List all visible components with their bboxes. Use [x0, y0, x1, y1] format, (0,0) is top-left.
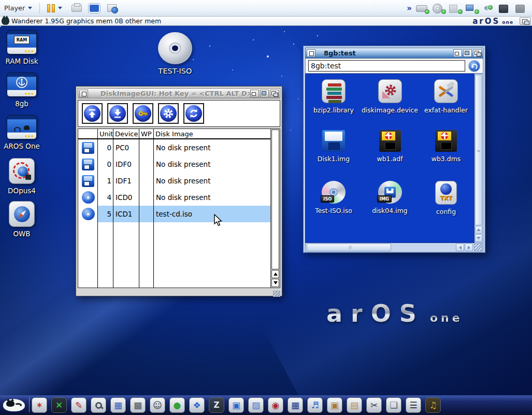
- close-gadget[interactable]: [307, 49, 315, 57]
- parent-dir-button[interactable]: [468, 60, 480, 72]
- file-disk1-img[interactable]: Disk1.img: [306, 128, 362, 179]
- scrollbar-thumb[interactable]: [475, 75, 482, 225]
- path-input[interactable]: [308, 60, 465, 71]
- desktop-icon-8gb[interactable]: 8gb: [7, 73, 37, 108]
- dock-snoopy-game[interactable]: ☺: [150, 397, 165, 413]
- dock-media-player[interactable]: ◉: [268, 397, 283, 413]
- scrollbar-thumb[interactable]: [307, 244, 391, 251]
- eject-button[interactable]: [82, 103, 103, 124]
- dock-network-prefs[interactable]: ❖: [189, 397, 205, 413]
- spreadsheet-icon: ▦: [291, 400, 299, 410]
- write-protect-button[interactable]: [133, 103, 153, 124]
- device-dim-icon[interactable]: [515, 4, 528, 13]
- zoom-gadget[interactable]: [260, 90, 269, 97]
- iconify-gadget[interactable]: [250, 90, 259, 97]
- lens-ball-icon: [440, 183, 452, 195]
- insert-button[interactable]: [107, 103, 128, 124]
- dock-package-manager[interactable]: ▣: [327, 397, 342, 413]
- refresh-button[interactable]: [183, 103, 204, 124]
- player-menu[interactable]: Player: [0, 2, 36, 15]
- harddisk-icon[interactable]: [416, 4, 428, 13]
- screen-titlebar[interactable]: Wanderer 1.95G graphics mem 0B other mem…: [0, 17, 532, 26]
- dock-directory-opus[interactable]: ✶: [32, 397, 47, 413]
- print-button[interactable]: [69, 2, 84, 15]
- volume-file-area[interactable]: bzip2.library diskimage.device exfat-han…: [305, 74, 475, 243]
- network-icon: ❖: [193, 400, 200, 410]
- dock-archiver[interactable]: ▤: [347, 397, 362, 413]
- dock-search[interactable]: [91, 397, 106, 413]
- chevron-up-icon: [477, 228, 481, 231]
- window-info-button[interactable]: [105, 2, 119, 15]
- desktop-icon-owb[interactable]: OWB: [8, 201, 35, 238]
- columns-toggle-button[interactable]: [43, 2, 66, 15]
- scroll-right-button[interactable]: [465, 244, 473, 251]
- dock-document-viewer[interactable]: ❏: [386, 397, 401, 413]
- scroll-down-button[interactable]: [271, 279, 279, 287]
- desktop-icon-aros-one[interactable]: AROS One: [2, 115, 41, 150]
- desktop-icon-test-iso[interactable]: TEST-ISO: [153, 32, 197, 75]
- tray-overflow-button[interactable]: »: [407, 4, 412, 13]
- network-icon[interactable]: [466, 4, 478, 13]
- file-wb1-adf[interactable]: wb1.adf: [362, 128, 418, 179]
- file-disk04-img[interactable]: IMG disk04.img: [362, 179, 418, 230]
- resize-grip[interactable]: [474, 244, 482, 251]
- screen-depth-gadget[interactable]: [520, 17, 531, 25]
- vertical-scrollbar[interactable]: [475, 74, 483, 243]
- dock-zune-prefs[interactable]: Z: [209, 397, 224, 413]
- volume-window-titlebar[interactable]: 8gb:test: [305, 48, 483, 59]
- screen-expand-button[interactable]: [87, 2, 102, 15]
- desktop-icon-dopus4[interactable]: DOpus4: [5, 158, 39, 195]
- dock-calendar-clock[interactable]: ▦: [110, 397, 126, 413]
- resize-grip[interactable]: [273, 291, 280, 297]
- aros-start-menu[interactable]: [1, 396, 27, 414]
- file-bzip2-library[interactable]: bzip2.library: [306, 77, 362, 128]
- volume-path-bar: [305, 59, 483, 74]
- device-row-idf0[interactable]: 0 IDF0 No disk present: [78, 156, 270, 173]
- cd-icon: [82, 191, 95, 204]
- diskimage-device-list: Unit Device WP Disk Image 0 PC0 No disk …: [78, 128, 280, 288]
- dock-calculator[interactable]: ▩: [130, 397, 146, 413]
- iconify-gadget[interactable]: [453, 49, 462, 57]
- file-diskimage-device[interactable]: diskimage.device: [362, 77, 418, 128]
- dock-chat[interactable]: ●: [169, 397, 185, 413]
- dock-text-editor[interactable]: ✎: [71, 397, 87, 413]
- scroll-up-button[interactable]: [271, 270, 279, 278]
- depth-gadget[interactable]: [473, 49, 482, 57]
- device-icon[interactable]: [499, 4, 511, 13]
- device-list-scrollbar[interactable]: [270, 129, 280, 288]
- file-test-iso[interactable]: ISO Test-ISO.iso: [306, 179, 362, 230]
- device-row-idf1[interactable]: 1 IDF1 No disk present: [78, 173, 270, 189]
- floppy-icon[interactable]: [449, 4, 462, 13]
- dock-spreadsheet[interactable]: ▦: [287, 397, 303, 413]
- scrollbar-track[interactable]: [306, 243, 456, 252]
- device-row-icd1-selected[interactable]: 5 ICD1 test-cd.iso: [78, 206, 270, 222]
- device-row-pc0[interactable]: 0 PC0 No disk present: [78, 139, 270, 156]
- zoom-gadget[interactable]: [463, 49, 472, 57]
- file-config[interactable]: TXT config: [418, 179, 474, 230]
- dock-internet-radio[interactable]: ♫: [425, 397, 441, 413]
- cdrom-icon[interactable]: [433, 4, 445, 13]
- desktop-icon-ram-disk[interactable]: RAM RAM Disk: [3, 30, 40, 65]
- scroll-up-button[interactable]: [475, 226, 482, 234]
- file-exfat-handler[interactable]: exfat-handler: [418, 77, 474, 128]
- file-label: bzip2.library: [313, 106, 354, 114]
- settings-button[interactable]: [158, 103, 179, 124]
- dock-screen-mode-prefs[interactable]: ▣: [228, 397, 244, 413]
- audio-icon[interactable]: [482, 4, 495, 13]
- file-wb3-dms[interactable]: wb3.dms: [418, 128, 474, 179]
- dock-audio-prefs[interactable]: ♬: [307, 397, 323, 413]
- depth-gadget[interactable]: [270, 90, 279, 97]
- close-gadget[interactable]: [79, 90, 88, 97]
- scrollbar-thumb[interactable]: [271, 130, 279, 269]
- file-label: disk04.img: [372, 207, 408, 214]
- device-row-icd0[interactable]: 4 ICD0 No disk present: [78, 189, 270, 206]
- dock-image-editor[interactable]: ✂: [366, 397, 382, 413]
- scroll-down-button[interactable]: [475, 234, 482, 242]
- dock-video-editor[interactable]: ☰: [406, 397, 421, 413]
- document-icon: ❏: [390, 400, 397, 410]
- horizontal-scrollbar[interactable]: [305, 243, 483, 252]
- dock-shell[interactable]: ✕: [51, 397, 67, 413]
- dock-wallpaper-prefs[interactable]: ▨: [248, 397, 264, 413]
- scroll-left-button[interactable]: [456, 244, 464, 251]
- diskimagegui-titlebar[interactable]: DiskImageGUI: Hot Key = <CTRL ALT D>: [78, 88, 280, 98]
